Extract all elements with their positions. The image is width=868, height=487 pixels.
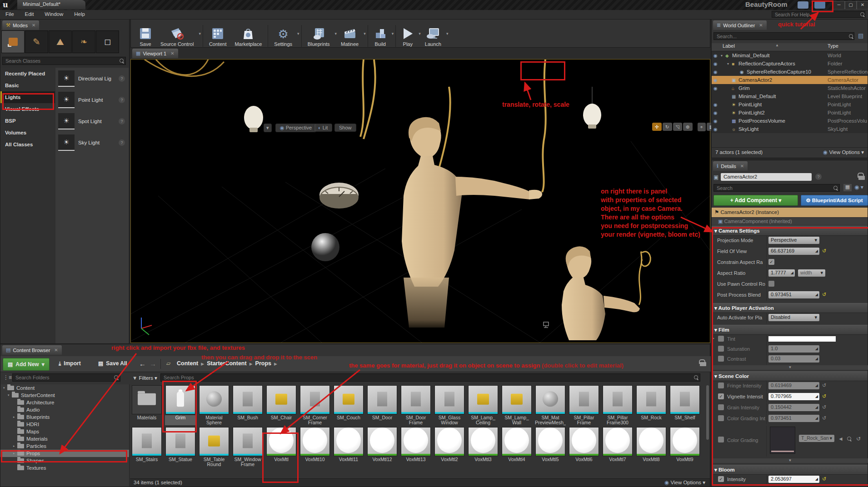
asset-tile[interactable]: VoxMtl9 [669, 427, 700, 467]
asset-tile[interactable]: Material Sphere [199, 385, 229, 425]
feedback-icon[interactable] [798, 1, 808, 9]
property-matrix-icon[interactable]: ▦ [843, 184, 852, 191]
asset-tile[interactable]: VoxMtl11 [333, 427, 364, 467]
mode-place-icon[interactable] [1, 30, 25, 53]
chevron-down-icon[interactable]: ▾ [297, 31, 299, 36]
asset-tile[interactable]: VoxMtl12 [367, 427, 398, 467]
show-button[interactable]: Show [334, 124, 356, 132]
matinee-button[interactable]: Matinee [337, 20, 363, 48]
color-grading-texture-select[interactable]: T_Rock_San [799, 435, 834, 442]
visibility-eye-icon[interactable]: ◉ [713, 70, 721, 75]
asset-thumbnail[interactable] [401, 427, 431, 456]
asset-thumbnail[interactable] [300, 385, 330, 414]
section-film[interactable]: ▾ Film [712, 325, 868, 335]
close-icon[interactable]: ✕ [759, 23, 763, 28]
visibility-eye-icon[interactable]: ◉ [713, 127, 721, 132]
outliner-row[interactable]: ◉ ▾ ◆ Minimal_Default World [712, 51, 868, 60]
asset-thumbnail[interactable] [468, 385, 498, 414]
launch-button[interactable]: Launch [421, 20, 445, 48]
tree-folder-row[interactable]: Architecture [0, 399, 129, 406]
translate-tool-icon[interactable]: ✢ [652, 123, 662, 131]
asset-thumbnail[interactable] [199, 427, 229, 456]
asset-thumbnail[interactable] [199, 385, 229, 414]
browse-icon[interactable] [847, 437, 851, 441]
asset-tile[interactable]: SM_Corner Frame [299, 385, 330, 425]
visibility-eye-icon[interactable]: ◉ [713, 86, 721, 91]
add-folder-icon[interactable]: ▤ [858, 32, 863, 39]
help-icon[interactable]: ? [119, 97, 125, 103]
saturation-checkbox[interactable]: ✓ [718, 346, 724, 352]
pawn-control-checkbox[interactable]: ✓ [768, 281, 774, 287]
reset-icon[interactable]: ↺ [822, 292, 826, 298]
asset-tile[interactable]: Grim [165, 385, 196, 425]
reset-icon[interactable]: ↺ [856, 436, 861, 442]
actor-label[interactable]: Grim [738, 85, 750, 91]
surface-snap-icon[interactable]: ⌖ [698, 123, 706, 131]
field-of-view-input[interactable]: 66.637169◢ [768, 248, 819, 255]
asset-tile[interactable]: SM_Table Round [199, 427, 229, 467]
auto-activate-select[interactable]: Disabled [768, 314, 819, 321]
asset-tile[interactable]: VoxMtl [266, 427, 297, 467]
save-button[interactable]: Save [135, 20, 156, 48]
breadcrumb-item[interactable]: Props [255, 360, 271, 367]
asset-tile[interactable]: SM_Door Frame [400, 385, 431, 425]
expander-icon[interactable]: ▾ [3, 386, 7, 390]
chevron-down-icon[interactable]: ▾ [446, 31, 449, 36]
chevron-down-icon[interactable]: ▾ [392, 31, 394, 36]
color-grading-texture-thumb[interactable] [770, 427, 795, 454]
expander-icon[interactable]: ▸ [13, 444, 17, 448]
reset-icon[interactable]: ↺ [822, 393, 826, 399]
tree-folder-row[interactable]: Materials [0, 435, 129, 442]
reset-icon[interactable]: ↺ [822, 415, 826, 421]
section-bloom[interactable]: ▾ Bloom [712, 465, 868, 475]
chevron-down-icon[interactable]: ▾ [199, 31, 201, 36]
asset-thumbnail[interactable] [502, 385, 532, 414]
asset-thumbnail[interactable] [132, 427, 162, 456]
close-icon[interactable]: ✕ [170, 51, 174, 56]
asset-thumbnail[interactable] [233, 385, 263, 414]
expander-icon[interactable]: ▾ [721, 54, 725, 58]
close-button[interactable]: ✕ [857, 1, 868, 10]
actor-label[interactable]: Minimal_Default [738, 94, 776, 99]
asset-thumbnail[interactable] [401, 385, 431, 414]
asset-tile[interactable]: SM_Rock [636, 385, 667, 425]
asset-tile[interactable]: VoxMtl3 [468, 427, 499, 467]
asset-thumbnail[interactable] [670, 385, 700, 414]
help-icon[interactable]: ? [119, 118, 125, 124]
asset-thumbnail[interactable] [603, 427, 633, 456]
asset-tile[interactable]: SM_Pillar Frame300 [602, 385, 633, 425]
display-filter-eye-icon[interactable]: ◉ ▾ [854, 184, 863, 190]
outliner-row[interactable]: ◉ ⌂ Grim StaticMeshActor [712, 84, 868, 92]
help-icon[interactable]: ? [815, 174, 822, 180]
visibility-eye-icon[interactable]: ◉ [713, 102, 721, 107]
contrast-input[interactable]: 0.03◢ [768, 355, 819, 363]
tree-folder-row[interactable]: ▾ StarterContent [0, 392, 129, 399]
asset-tile[interactable]: SM_Lamp_ Ceiling [468, 385, 499, 425]
film-expander[interactable]: ▼ [712, 365, 868, 370]
lit-button[interactable]: ◐ Lit [314, 124, 332, 132]
asset-thumbnail[interactable] [636, 385, 666, 414]
scene-color-expander[interactable]: ▼ [712, 458, 868, 463]
settings-button[interactable]: ⚙ Settings [270, 20, 296, 48]
asset-tile[interactable]: SM_Statue [165, 427, 196, 467]
asset-thumbnail[interactable] [434, 385, 464, 414]
color-grading-int-checkbox[interactable]: ✓ [718, 415, 724, 421]
actor-label[interactable]: CameraActor2 [738, 77, 772, 83]
viewport-options-button[interactable]: ▾ [264, 124, 272, 132]
asset-thumbnail[interactable] [334, 385, 364, 414]
fringe-intensity-input[interactable]: 0.619469◢ [768, 382, 819, 389]
asset-thumbnail[interactable] [535, 427, 565, 456]
search-classes-input[interactable]: Search Classes [2, 57, 126, 65]
fringe-checkbox[interactable]: ✓ [718, 383, 724, 388]
outliner-row[interactable]: ◉ ▦ Minimal_Default Level Blueprint [712, 92, 868, 100]
add-component-button[interactable]: + Add Component ▾ [713, 195, 798, 206]
asset-thumbnail[interactable] [670, 427, 700, 456]
asset-tile[interactable]: VoxMtl7 [602, 427, 633, 467]
asset-tile[interactable]: SM_Couch [333, 385, 364, 425]
tint-color-swatch[interactable] [768, 336, 836, 342]
instance-row[interactable]: ⚑ CameraActor2 (Instance) [712, 208, 868, 217]
tree-folder-row[interactable]: ▸ Blueprints [0, 413, 129, 421]
reset-icon[interactable]: ↺ [822, 248, 826, 254]
filters-button[interactable]: ▼ Filters ▾ [132, 373, 157, 381]
tutorial-icon[interactable] [814, 1, 825, 9]
